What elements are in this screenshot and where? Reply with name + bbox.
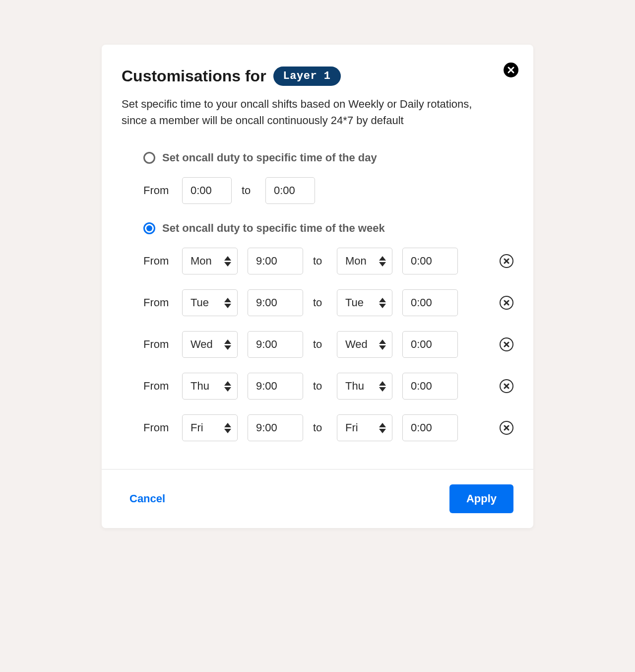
- close-button[interactable]: [504, 63, 518, 77]
- from-time-input[interactable]: 9:00: [248, 248, 303, 274]
- apply-button[interactable]: Apply: [449, 484, 513, 513]
- spinner-icon: [379, 423, 386, 433]
- spinner-icon: [224, 381, 231, 392]
- to-label: to: [313, 255, 327, 268]
- remove-icon: [504, 258, 509, 264]
- remove-row-button[interactable]: [500, 254, 513, 268]
- option-week-label: Set oncall duty to specific time of the …: [162, 222, 385, 235]
- from-day-select[interactable]: Fri: [182, 414, 238, 441]
- modal-header: Customisations for Layer 1: [122, 67, 513, 86]
- week-time-row: From Wed 9:00 to Wed 0:00: [143, 331, 513, 358]
- to-label: to: [313, 338, 327, 351]
- spinner-icon: [224, 423, 231, 433]
- option-day-section: Set oncall duty to specific time of the …: [122, 151, 513, 204]
- to-time-input[interactable]: 0:00: [402, 331, 458, 358]
- remove-icon: [504, 383, 509, 389]
- from-day-select[interactable]: Mon: [182, 248, 238, 274]
- chevron-up-icon[interactable]: [224, 298, 231, 302]
- chevron-down-icon[interactable]: [224, 304, 231, 308]
- customisations-modal: Customisations for Layer 1 Set specific …: [102, 45, 533, 528]
- to-time-input[interactable]: 0:00: [402, 373, 458, 400]
- chevron-up-icon[interactable]: [224, 339, 231, 344]
- option-day-label: Set oncall duty to specific time of the …: [162, 151, 377, 164]
- from-day-select[interactable]: Tue: [182, 289, 238, 316]
- from-day-value: Fri: [190, 421, 203, 434]
- week-rows-container: From Mon 9:00 to Mon 0:00 From Tue: [143, 248, 513, 441]
- remove-row-button[interactable]: [500, 379, 513, 393]
- chevron-up-icon[interactable]: [379, 256, 386, 261]
- chevron-down-icon[interactable]: [224, 429, 231, 433]
- to-time-input[interactable]: 0:00: [402, 414, 458, 441]
- modal-footer: Cancel Apply: [102, 469, 533, 528]
- week-time-row: From Thu 9:00 to Thu 0:00: [143, 373, 513, 400]
- from-label: From: [143, 338, 172, 351]
- chevron-up-icon[interactable]: [224, 423, 231, 427]
- remove-row-button[interactable]: [500, 337, 513, 351]
- from-label: From: [143, 380, 172, 393]
- to-day-select[interactable]: Fri: [337, 414, 392, 441]
- chevron-down-icon[interactable]: [379, 345, 386, 350]
- from-time-input[interactable]: 9:00: [248, 289, 303, 316]
- option-week-section: Set oncall duty to specific time of the …: [122, 222, 513, 441]
- chevron-up-icon[interactable]: [379, 298, 386, 302]
- from-label: From: [143, 421, 172, 434]
- remove-icon: [504, 300, 509, 306]
- remove-icon: [504, 425, 509, 431]
- cancel-button[interactable]: Cancel: [129, 492, 165, 505]
- to-day-select[interactable]: Wed: [337, 331, 392, 358]
- to-day-select[interactable]: Tue: [337, 289, 392, 316]
- spinner-icon: [224, 339, 231, 350]
- from-day-value: Wed: [190, 338, 213, 351]
- remove-row-button[interactable]: [500, 296, 513, 310]
- to-time-input[interactable]: 0:00: [402, 248, 458, 274]
- day-time-row: From 0:00 to 0:00: [143, 177, 513, 204]
- to-day-select[interactable]: Thu: [337, 373, 392, 400]
- chevron-down-icon[interactable]: [224, 262, 231, 267]
- spinner-icon: [379, 256, 386, 267]
- option-week-header[interactable]: Set oncall duty to specific time of the …: [143, 222, 513, 235]
- remove-row-button[interactable]: [500, 421, 513, 435]
- from-day-select[interactable]: Wed: [182, 331, 238, 358]
- chevron-up-icon[interactable]: [379, 381, 386, 386]
- to-day-value: Mon: [345, 255, 367, 268]
- chevron-down-icon[interactable]: [224, 387, 231, 392]
- option-day-header[interactable]: Set oncall duty to specific time of the …: [143, 151, 513, 164]
- modal-content: Customisations for Layer 1 Set specific …: [102, 45, 533, 469]
- spinner-icon: [379, 298, 386, 308]
- to-day-value: Fri: [345, 421, 358, 434]
- chevron-down-icon[interactable]: [379, 387, 386, 392]
- day-from-time-input[interactable]: 0:00: [182, 177, 232, 204]
- chevron-up-icon[interactable]: [224, 256, 231, 261]
- chevron-up-icon[interactable]: [224, 381, 231, 386]
- week-time-row: From Mon 9:00 to Mon 0:00: [143, 248, 513, 274]
- week-time-row: From Fri 9:00 to Fri 0:00: [143, 414, 513, 441]
- spinner-icon: [379, 381, 386, 392]
- chevron-down-icon[interactable]: [379, 429, 386, 433]
- from-label: From: [143, 184, 172, 197]
- layer-badge: Layer 1: [273, 67, 341, 86]
- chevron-down-icon[interactable]: [224, 345, 231, 350]
- to-label: to: [313, 421, 327, 434]
- chevron-up-icon[interactable]: [379, 423, 386, 427]
- from-day-select[interactable]: Thu: [182, 373, 238, 400]
- header-title: Customisations for: [122, 67, 266, 85]
- from-time-input[interactable]: 9:00: [248, 373, 303, 400]
- chevron-down-icon[interactable]: [379, 262, 386, 267]
- spinner-icon: [379, 339, 386, 350]
- to-label: to: [313, 380, 327, 393]
- chevron-down-icon[interactable]: [379, 304, 386, 308]
- from-time-input[interactable]: 9:00: [248, 331, 303, 358]
- from-time-input[interactable]: 9:00: [248, 414, 303, 441]
- to-label: to: [242, 184, 255, 197]
- to-time-input[interactable]: 0:00: [402, 289, 458, 316]
- to-day-value: Thu: [345, 380, 364, 393]
- description-text: Set specific time to your oncall shifts …: [122, 96, 489, 129]
- remove-icon: [504, 341, 509, 347]
- to-day-select[interactable]: Mon: [337, 248, 392, 274]
- chevron-up-icon[interactable]: [379, 339, 386, 344]
- from-day-value: Mon: [190, 255, 212, 268]
- radio-week[interactable]: [143, 222, 155, 234]
- day-to-time-input[interactable]: 0:00: [265, 177, 315, 204]
- week-time-row: From Tue 9:00 to Tue 0:00: [143, 289, 513, 316]
- radio-day[interactable]: [143, 152, 155, 164]
